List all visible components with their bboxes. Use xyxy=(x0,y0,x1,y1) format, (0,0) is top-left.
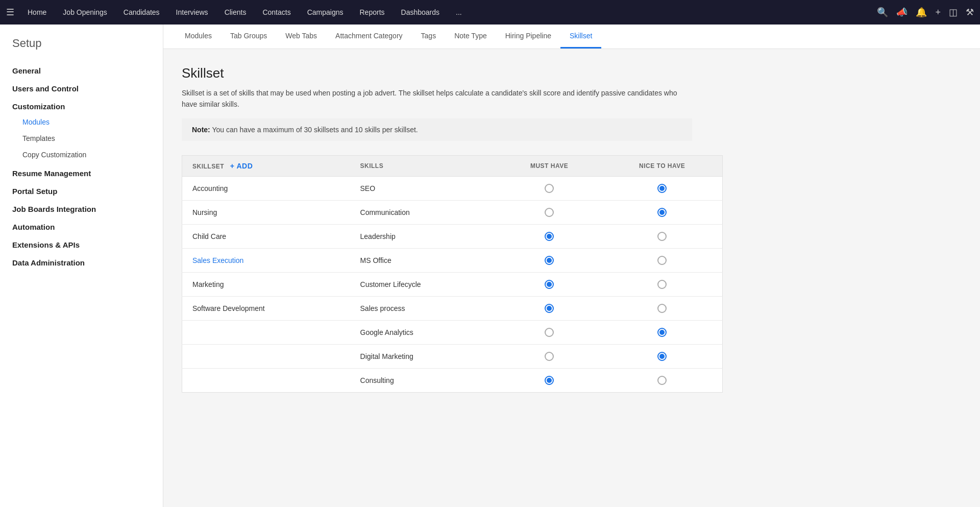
nav-contacts[interactable]: Contacts xyxy=(255,5,298,19)
sidebar-sub-modules[interactable]: Modules xyxy=(0,114,163,130)
nice-to-have-cell xyxy=(602,272,722,296)
page-content: Skillset Skillset is a set of skills tha… xyxy=(163,49,980,409)
skillset-cell xyxy=(182,344,350,368)
sidebar-item-automation[interactable]: Automation xyxy=(0,216,163,234)
nav-candidates[interactable]: Candidates xyxy=(116,5,167,19)
sidebar-sub-copy-customization[interactable]: Copy Customization xyxy=(0,147,163,163)
sidebar-item-data-admin[interactable]: Data Administration xyxy=(0,252,163,270)
must-have-radio[interactable] xyxy=(545,256,554,265)
main-layout: Setup General Users and Control Customiz… xyxy=(0,25,980,507)
sidebar-item-general[interactable]: General xyxy=(0,60,163,78)
must-have-cell xyxy=(497,200,602,224)
sidebar-item-job-boards[interactable]: Job Boards Integration xyxy=(0,199,163,216)
note-text: You can have a maximum of 30 skillsets a… xyxy=(210,126,418,134)
col-nice-to-have: NICE TO HAVE xyxy=(602,155,722,176)
table-row: Software DevelopmentSales process xyxy=(182,296,723,320)
table-row: Digital Marketing xyxy=(182,344,723,368)
must-have-radio[interactable] xyxy=(545,208,554,217)
nice-to-have-radio[interactable] xyxy=(657,232,667,241)
table-row: MarketingCustomer Lifecycle xyxy=(182,272,723,296)
sidebar-item-users-control[interactable]: Users and Control xyxy=(0,78,163,96)
nav-home[interactable]: Home xyxy=(20,5,54,19)
nice-to-have-radio[interactable] xyxy=(657,376,667,385)
must-have-radio[interactable] xyxy=(545,304,554,313)
table-header-row: SKILLSET + Add SKILLS MUST HAVE NICE TO … xyxy=(182,155,723,176)
must-have-radio[interactable] xyxy=(545,184,554,193)
tab-tags[interactable]: Tags xyxy=(412,25,446,49)
page-title: Skillset xyxy=(182,65,962,81)
skillset-cell: Child Care xyxy=(182,224,350,248)
nice-to-have-cell xyxy=(602,248,722,272)
tab-modules[interactable]: Modules xyxy=(176,25,221,49)
tab-tab-groups[interactable]: Tab Groups xyxy=(221,25,276,49)
must-have-cell xyxy=(497,320,602,344)
must-have-cell xyxy=(497,176,602,200)
topnav-icons: 🔍 📣 🔔 + ◫ ⚒ xyxy=(877,7,974,18)
sidebar-item-customization[interactable]: Customization xyxy=(0,96,163,114)
menu-icon[interactable]: ☰ xyxy=(6,7,14,18)
search-icon[interactable]: 🔍 xyxy=(877,7,888,18)
skill-cell: SEO xyxy=(350,176,497,200)
must-have-radio[interactable] xyxy=(545,328,554,337)
nav-clients[interactable]: Clients xyxy=(217,5,254,19)
must-have-cell xyxy=(497,248,602,272)
nice-to-have-cell xyxy=(602,200,722,224)
nice-to-have-radio[interactable] xyxy=(657,184,667,193)
note-label: Note: xyxy=(192,126,210,134)
nav-job-openings[interactable]: Job Openings xyxy=(56,5,114,19)
nice-to-have-radio[interactable] xyxy=(657,352,667,361)
tab-attachment-category[interactable]: Attachment Category xyxy=(326,25,412,49)
nav-reports[interactable]: Reports xyxy=(353,5,392,19)
nice-to-have-cell xyxy=(602,368,722,392)
tab-skillset[interactable]: Skillset xyxy=(560,25,601,49)
sidebar-item-portal-setup[interactable]: Portal Setup xyxy=(0,181,163,199)
main-content: Modules Tab Groups Web Tabs Attachment C… xyxy=(163,25,980,507)
nice-to-have-radio[interactable] xyxy=(657,328,667,337)
must-have-cell xyxy=(497,272,602,296)
skillset-cell xyxy=(182,320,350,344)
nav-more[interactable]: ... xyxy=(449,5,469,19)
table-row: Google Analytics xyxy=(182,320,723,344)
skill-cell: Google Analytics xyxy=(350,320,497,344)
skill-cell: MS Office xyxy=(350,248,497,272)
add-skillset-button[interactable]: + Add xyxy=(230,162,253,170)
tab-web-tabs[interactable]: Web Tabs xyxy=(276,25,326,49)
skillset-cell: Accounting xyxy=(182,176,350,200)
nice-to-have-radio[interactable] xyxy=(657,256,667,265)
skill-cell: Sales process xyxy=(350,296,497,320)
must-have-radio[interactable] xyxy=(545,352,554,361)
must-have-radio[interactable] xyxy=(545,376,554,385)
bell-icon[interactable]: 🔔 xyxy=(916,7,927,18)
nav-dashboards[interactable]: Dashboards xyxy=(394,5,447,19)
page-description: Skillset is a set of skills that may be … xyxy=(182,87,692,110)
tab-note-type[interactable]: Note Type xyxy=(445,25,496,49)
table-row: Consulting xyxy=(182,368,723,392)
nice-to-have-radio[interactable] xyxy=(657,280,667,289)
tab-hiring-pipeline[interactable]: Hiring Pipeline xyxy=(496,25,560,49)
must-have-radio[interactable] xyxy=(545,232,554,241)
must-have-cell xyxy=(497,368,602,392)
skill-cell: Leadership xyxy=(350,224,497,248)
nice-to-have-radio[interactable] xyxy=(657,208,667,217)
add-icon[interactable]: + xyxy=(935,7,941,18)
sidebar-item-resume-management[interactable]: Resume Management xyxy=(0,163,163,181)
table-row: Sales ExecutionMS Office xyxy=(182,248,723,272)
sidebar-sub-templates[interactable]: Templates xyxy=(0,130,163,147)
skill-cell: Communication xyxy=(350,200,497,224)
nice-to-have-cell xyxy=(602,344,722,368)
nav-interviews[interactable]: Interviews xyxy=(169,5,215,19)
nice-to-have-cell xyxy=(602,296,722,320)
megaphone-icon[interactable]: 📣 xyxy=(896,7,908,18)
sidebar-title: Setup xyxy=(0,37,163,60)
must-have-cell xyxy=(497,224,602,248)
skillset-cell xyxy=(182,368,350,392)
apps-icon[interactable]: ◫ xyxy=(949,7,958,18)
sidebar-item-extensions-apis[interactable]: Extensions & APIs xyxy=(0,234,163,252)
nice-to-have-radio[interactable] xyxy=(657,304,667,313)
skillset-link[interactable]: Sales Execution xyxy=(192,256,243,264)
must-have-radio[interactable] xyxy=(545,280,554,289)
col-skillset: SKILLSET + Add xyxy=(182,155,350,176)
nav-campaigns[interactable]: Campaigns xyxy=(300,5,351,19)
col-must-have: MUST HAVE xyxy=(497,155,602,176)
settings-icon[interactable]: ⚒ xyxy=(966,7,974,18)
